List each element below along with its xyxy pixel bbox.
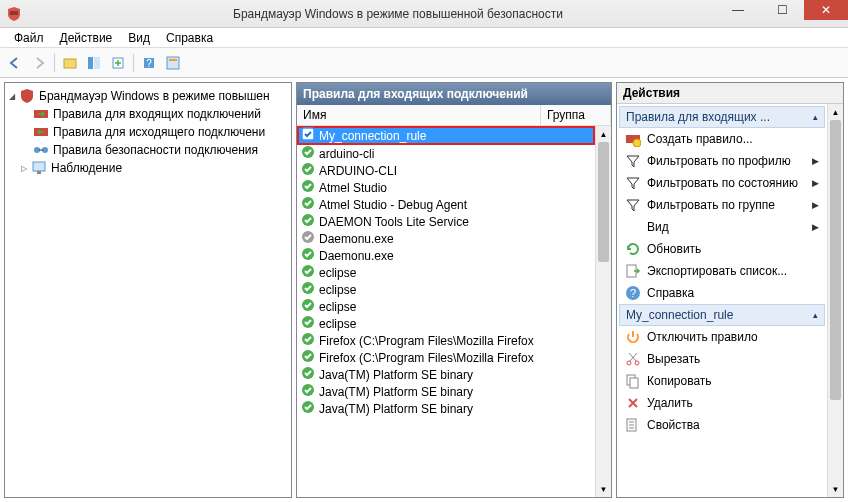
menu-view[interactable]: Вид	[120, 29, 158, 47]
action-label: Справка	[647, 286, 694, 300]
export-button[interactable]	[107, 52, 129, 74]
menu-file[interactable]: Файл	[6, 29, 52, 47]
help-button[interactable]: ?	[138, 52, 160, 74]
collapse-icon: ▴	[813, 112, 818, 122]
rule-name: eclipse	[319, 266, 356, 280]
tree-root[interactable]: Брандмауэр Windows в режиме повышен	[7, 87, 289, 105]
action-item[interactable]: Вырезать	[619, 348, 825, 370]
rule-row[interactable]: Java(TM) Platform SE binary	[297, 383, 595, 400]
enabled-icon	[301, 298, 315, 315]
rule-row[interactable]: eclipse	[297, 281, 595, 298]
action-label: Свойства	[647, 418, 700, 432]
svg-rect-3	[94, 57, 100, 69]
rule-name: Atmel Studio	[319, 181, 387, 195]
filter-icon	[625, 197, 641, 213]
rule-row[interactable]: Java(TM) Platform SE binary	[297, 366, 595, 383]
rule-row[interactable]: Firefox (C:\Program Files\Mozilla Firefo…	[297, 349, 595, 366]
tree-item-label: Правила безопасности подключения	[53, 143, 258, 157]
menu-action[interactable]: Действие	[52, 29, 121, 47]
rule-name: Firefox (C:\Program Files\Mozilla Firefo…	[319, 351, 534, 365]
close-button[interactable]: ✕	[804, 0, 848, 20]
rule-row[interactable]: eclipse	[297, 298, 595, 315]
help-icon: ?	[625, 285, 641, 301]
rule-name: arduino-cli	[319, 147, 374, 161]
rule-row[interactable]: Atmel Studio	[297, 179, 595, 196]
rule-row[interactable]: eclipse	[297, 264, 595, 281]
props-icon	[625, 417, 641, 433]
maximize-button[interactable]: ☐	[760, 0, 804, 20]
action-label: Обновить	[647, 242, 701, 256]
rule-name: Daemonu.exe	[319, 232, 394, 246]
up-button[interactable]	[59, 52, 81, 74]
action-label: Копировать	[647, 374, 712, 388]
enabled-icon	[301, 247, 315, 264]
svg-point-37	[627, 361, 631, 365]
tree-item-label: Правила для исходящего подключени	[53, 125, 265, 139]
action-item[interactable]: Создать правило...	[619, 128, 825, 150]
action-group-title[interactable]: Правила для входящих ...▴	[619, 106, 825, 128]
svg-rect-7	[167, 57, 179, 69]
action-item[interactable]: Копировать	[619, 370, 825, 392]
action-item[interactable]: Вид▶	[619, 216, 825, 238]
column-headers: Имя Группа	[297, 105, 611, 126]
action-item[interactable]: Свойства	[619, 414, 825, 436]
rule-row[interactable]: Daemonu.exe	[297, 247, 595, 264]
filter-icon	[625, 153, 641, 169]
svg-text:?: ?	[146, 58, 152, 69]
action-item[interactable]: Отключить правило	[619, 326, 825, 348]
enabled-icon	[301, 366, 315, 383]
actions-scrollbar[interactable]: ▲ ▼	[827, 104, 843, 497]
column-group[interactable]: Группа	[541, 105, 611, 125]
rule-row[interactable]: Firefox (C:\Program Files\Mozilla Firefo…	[297, 332, 595, 349]
enabled-icon	[301, 264, 315, 281]
action-group-title[interactable]: My_connection_rule▴	[619, 304, 825, 326]
menu-help[interactable]: Справка	[158, 29, 221, 47]
action-item[interactable]: Фильтровать по состоянию▶	[619, 172, 825, 194]
rule-row[interactable]: ARDUINO-CLI	[297, 162, 595, 179]
submenu-arrow-icon: ▶	[812, 156, 819, 166]
action-item[interactable]: Экспортировать список...	[619, 260, 825, 282]
rule-row[interactable]: Daemonu.exe	[297, 230, 595, 247]
cut-icon	[625, 351, 641, 367]
rule-row[interactable]: My_connection_rule	[297, 126, 595, 145]
action-label: Фильтровать по группе	[647, 198, 775, 212]
action-group-label: My_connection_rule	[626, 308, 733, 322]
rule-name: Atmel Studio - Debug Agent	[319, 198, 467, 212]
enabled-icon	[301, 349, 315, 366]
svg-point-33	[633, 139, 641, 147]
rule-row[interactable]: DAEMON Tools Lite Service	[297, 213, 595, 230]
rule-name: Daemonu.exe	[319, 249, 394, 263]
svg-text:?: ?	[630, 287, 636, 299]
enabled-icon	[301, 383, 315, 400]
properties-button[interactable]	[162, 52, 184, 74]
rule-row[interactable]: Java(TM) Platform SE binary	[297, 400, 595, 417]
rule-row[interactable]: eclipse	[297, 315, 595, 332]
action-item[interactable]: ?Справка	[619, 282, 825, 304]
action-item[interactable]: Удалить	[619, 392, 825, 414]
tree-inbound[interactable]: Правила для входящих подключений	[7, 105, 289, 123]
rule-row[interactable]: Atmel Studio - Debug Agent	[297, 196, 595, 213]
tree-outbound[interactable]: Правила для исходящего подключени	[7, 123, 289, 141]
tree-monitor[interactable]: Наблюдение	[7, 159, 289, 177]
back-button[interactable]	[4, 52, 26, 74]
column-name[interactable]: Имя	[297, 105, 541, 125]
show-hide-tree-button[interactable]	[83, 52, 105, 74]
tree-connsec[interactable]: Правила безопасности подключения	[7, 141, 289, 159]
enabled-icon	[301, 162, 315, 179]
rules-list[interactable]: My_connection_rulearduino-cliARDUINO-CLI…	[297, 126, 595, 497]
forward-button[interactable]	[28, 52, 50, 74]
action-item[interactable]: Обновить	[619, 238, 825, 260]
svg-rect-14	[37, 171, 41, 174]
action-item[interactable]: Фильтровать по группе▶	[619, 194, 825, 216]
window-titlebar: Брандмауэр Windows в режиме повышенной б…	[0, 0, 848, 28]
tree-item-label: Правила для входящих подключений	[53, 107, 261, 121]
blank-icon	[625, 219, 641, 235]
svg-rect-1	[64, 59, 76, 68]
enabled-icon	[301, 400, 315, 417]
rule-row[interactable]: arduino-cli	[297, 145, 595, 162]
rule-name: eclipse	[319, 283, 356, 297]
toolbar-separator	[54, 54, 55, 72]
action-item[interactable]: Фильтровать по профилю▶	[619, 150, 825, 172]
rules-scrollbar[interactable]: ▲ ▼	[595, 126, 611, 497]
minimize-button[interactable]: —	[716, 0, 760, 20]
